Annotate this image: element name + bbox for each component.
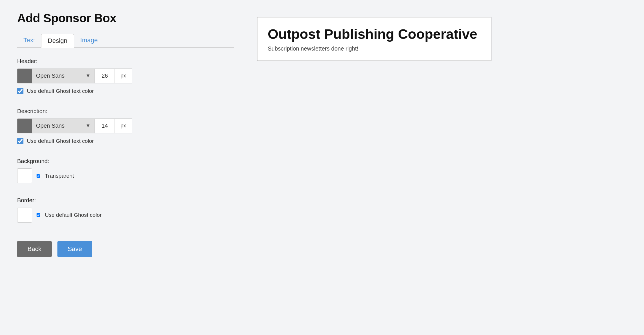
tab-image[interactable]: Image <box>74 34 104 48</box>
tab-design[interactable]: Design <box>41 34 74 48</box>
description-section: Description: Open Sans ▼ px Use default … <box>17 108 234 153</box>
background-color-swatch[interactable] <box>17 168 32 183</box>
border-row: Use default Ghost color <box>17 208 234 222</box>
border-label: Border: <box>17 197 234 204</box>
preview-box: Outpost Publishing Cooperative Subscript… <box>257 17 491 61</box>
tab-text[interactable]: Text <box>17 34 41 48</box>
left-panel: Add Sponsor Box Text Design Image Header… <box>17 11 234 324</box>
header-font-select[interactable]: Open Sans ▼ <box>32 69 95 83</box>
background-row: Transparent <box>17 168 234 183</box>
preview-description: Subscription newsletters done right! <box>268 45 481 52</box>
header-color-swatch[interactable] <box>17 69 32 83</box>
header-section: Header: Open Sans ▼ px Use default Ghost… <box>17 58 234 103</box>
background-label: Background: <box>17 158 234 165</box>
border-checkbox-label: Use default Ghost color <box>45 212 102 218</box>
description-dropdown-arrow: ▼ <box>85 123 91 129</box>
border-default-color-checkbox[interactable] <box>37 213 40 217</box>
border-color-swatch[interactable] <box>17 208 32 222</box>
description-font-select[interactable]: Open Sans ▼ <box>32 119 95 133</box>
header-dropdown-arrow: ▼ <box>85 73 91 79</box>
header-checkbox-label: Use default Ghost text color <box>27 88 94 94</box>
description-label: Description: <box>17 108 234 115</box>
header-font-row: Open Sans ▼ px <box>17 69 234 83</box>
background-transparent-checkbox[interactable] <box>37 174 40 178</box>
header-checkbox-row: Use default Ghost text color <box>17 88 234 94</box>
right-panel: Outpost Publishing Cooperative Subscript… <box>257 11 627 324</box>
page-title: Add Sponsor Box <box>17 11 234 25</box>
background-transparent-label: Transparent <box>45 173 74 179</box>
header-label: Header: <box>17 58 234 65</box>
save-button[interactable]: Save <box>57 241 92 257</box>
header-px-label: px <box>115 69 132 83</box>
header-default-color-checkbox[interactable] <box>17 88 23 94</box>
description-color-swatch[interactable] <box>17 119 32 133</box>
tabs-row: Text Design Image <box>17 34 234 48</box>
description-size-input[interactable] <box>95 119 115 133</box>
back-button[interactable]: Back <box>17 241 52 257</box>
header-size-input[interactable] <box>95 69 115 83</box>
description-font-row: Open Sans ▼ px <box>17 119 234 133</box>
border-section: Border: Use default Ghost color <box>17 197 234 232</box>
buttons-row: Back Save <box>17 241 234 257</box>
description-checkbox-label: Use default Ghost text color <box>27 138 94 144</box>
background-section: Background: Transparent <box>17 158 234 192</box>
preview-title: Outpost Publishing Cooperative <box>268 26 481 43</box>
description-checkbox-row: Use default Ghost text color <box>17 138 234 144</box>
description-px-label: px <box>115 119 132 133</box>
description-default-color-checkbox[interactable] <box>17 138 23 144</box>
